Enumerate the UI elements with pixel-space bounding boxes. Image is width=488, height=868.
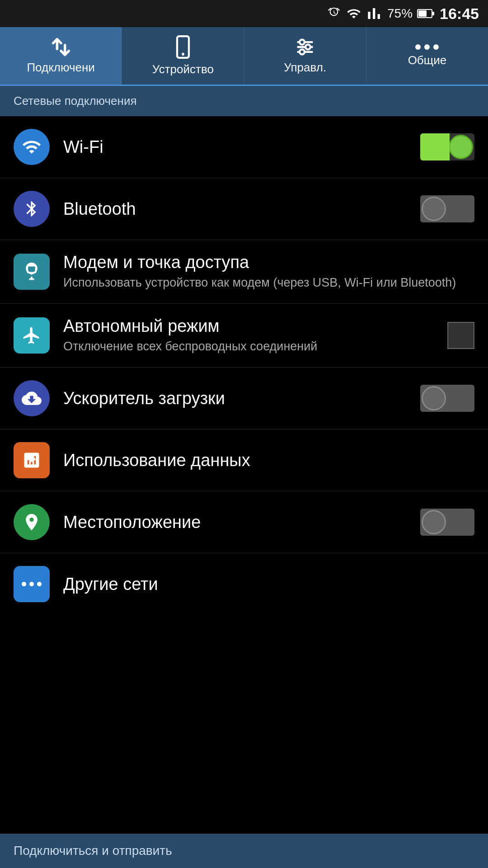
airplane-checkbox[interactable] [447,322,474,349]
othernets-icon [14,566,50,602]
tab-connections[interactable]: Подключени [0,27,122,85]
toggle-knob [422,197,446,221]
othernets-item[interactable]: Другие сети [0,553,488,615]
download-icon [14,380,50,416]
download-title: Ускоритель загрузки [63,389,420,408]
datausage-item[interactable]: Использование данных [0,429,488,491]
tethering-subtitle: Использовать устройство как модем (через… [63,275,474,291]
svg-point-9 [305,45,310,50]
more-icon [415,44,439,50]
tab-general[interactable]: Общие [366,27,488,85]
tethering-icon [14,254,50,290]
location-item[interactable]: Местоположение [0,491,488,553]
svg-point-10 [300,49,305,54]
status-bar: 75% 16:45 [0,0,488,27]
wifi-status-icon [346,6,362,21]
tab-bar: Подключени Устройство Управл. Общие [0,27,488,86]
tab-device-label: Устройство [152,62,214,76]
toggle-knob [422,510,446,534]
airplane-item[interactable]: Автономный режим Отключение всех беспров… [0,304,488,368]
tethering-title: Модем и точка доступа [63,253,474,272]
download-content: Ускоритель загрузки [63,389,420,408]
toggle-bar [420,133,450,160]
wifi-toggle[interactable] [420,133,474,160]
airplane-icon [14,317,50,354]
tab-controls-label: Управл. [284,61,326,75]
location-title: Местоположение [63,513,420,532]
wifi-content: Wi-Fi [63,137,420,157]
bluetooth-title: Bluetooth [63,199,420,219]
airplane-title: Автономный режим [63,316,447,336]
datausage-title: Использование данных [63,451,474,470]
tab-general-label: Общие [408,53,447,67]
tab-connections-label: Подключени [27,61,94,75]
airplane-content: Автономный режим Отключение всех беспров… [63,316,447,354]
location-content: Местоположение [63,513,420,532]
location-icon [14,504,50,540]
device-icon [174,35,192,59]
signal-icon [366,6,383,21]
tethering-content: Модем и точка доступа Использовать устро… [63,253,474,291]
bottom-bar[interactable]: Подключиться и отправить [0,834,488,868]
battery-icon [417,7,435,20]
alarm-icon [327,6,341,21]
settings-list: Wi-Fi Bluetooth [0,116,488,615]
toggle-knob [449,135,473,159]
tethering-item[interactable]: Модем и точка доступа Использовать устро… [0,240,488,304]
status-time: 16:45 [440,5,479,23]
svg-rect-2 [432,12,434,15]
wifi-icon [14,129,50,165]
wifi-title: Wi-Fi [63,137,420,157]
tab-device[interactable]: Устройство [122,27,244,85]
bluetooth-toggle[interactable] [420,195,474,222]
wifi-item[interactable]: Wi-Fi [0,116,488,178]
tab-controls[interactable]: Управл. [244,27,366,85]
controls-icon [293,37,317,57]
datausage-content: Использование данных [63,451,474,470]
battery-percent: 75% [387,6,413,21]
location-toggle[interactable] [420,509,474,536]
status-icons: 75% 16:45 [327,5,479,23]
bluetooth-content: Bluetooth [63,199,420,219]
airplane-subtitle: Отключение всех беспроводных соединений [63,339,447,354]
bottom-bar-label: Подключиться и отправить [14,844,172,858]
toggle-knob [422,386,446,410]
svg-point-8 [300,40,305,45]
svg-rect-1 [418,10,427,17]
download-item[interactable]: Ускоритель загрузки [0,368,488,429]
section-header: Сетевые подключения [0,86,488,116]
othernets-content: Другие сети [63,575,474,594]
connections-icon [49,37,73,57]
datausage-icon [14,442,50,478]
othernets-title: Другие сети [63,575,474,594]
bluetooth-icon [14,191,50,227]
download-toggle[interactable] [420,385,474,412]
bluetooth-item[interactable]: Bluetooth [0,178,488,240]
